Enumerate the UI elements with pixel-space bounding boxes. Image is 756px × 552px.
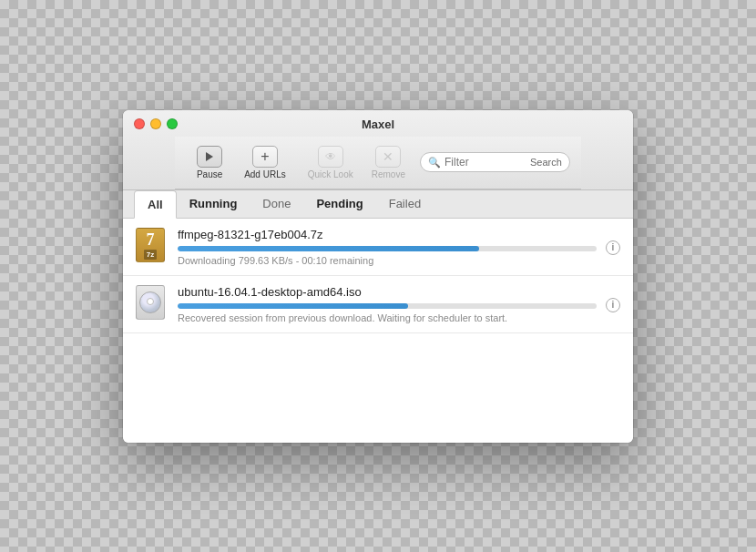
pause-button[interactable]: Pause (186, 142, 233, 183)
archive-label: 7z (144, 250, 157, 260)
remove-button[interactable]: ✕ Remove (364, 142, 413, 183)
add-icon: + (252, 146, 278, 168)
add-urls-label: Add URLs (244, 169, 286, 179)
file-icon-1: 7 7z (136, 228, 169, 266)
tab-pending[interactable]: Pending (303, 190, 375, 217)
search-label: Search (530, 157, 562, 168)
download-status-2: Recovered session from previous download… (178, 312, 597, 323)
download-filename-1: ffmpeg-81321-g17eb004.7z (178, 228, 597, 241)
pause-icon (197, 146, 222, 168)
quick-look-button[interactable]: 👁 Quick Look (301, 142, 361, 183)
add-urls-button[interactable]: + Add URLs (237, 142, 293, 183)
tabs-bar: All Running Done Pending Failed (123, 190, 633, 219)
search-icon: 🔍 (428, 157, 441, 169)
iso-icon (136, 285, 165, 320)
archive-icon: 7 7z (136, 228, 165, 262)
progress-bar-1 (178, 246, 597, 251)
progress-fill-1 (178, 246, 479, 251)
file-icon-2 (136, 285, 169, 323)
download-info-2: ubuntu-16.04.1-desktop-amd64.iso Recover… (178, 285, 597, 323)
main-window: Maxel Pause + Add URLs 👁 (123, 110, 633, 443)
remove-icon: ✕ (375, 146, 401, 168)
cd-center (147, 298, 154, 305)
maximize-button[interactable] (167, 118, 178, 129)
download-item-1: 7 7z ffmpeg-81321-g17eb004.7z Downloadin… (123, 219, 633, 276)
toolbar: Pause + Add URLs 👁 Quick Look ✕ (175, 137, 581, 189)
window-controls (134, 118, 178, 129)
download-status-1: Downloading 799.63 KB/s - 00:10 remainin… (178, 255, 597, 266)
info-button-1[interactable]: i (606, 240, 620, 255)
progress-fill-2 (178, 303, 408, 309)
search-field[interactable]: 🔍 Search (420, 152, 570, 172)
tab-running[interactable]: Running (177, 190, 250, 217)
titlebar: Maxel Pause + Add URLs 👁 (123, 110, 633, 190)
close-button[interactable] (134, 118, 145, 129)
download-filename-2: ubuntu-16.04.1-desktop-amd64.iso (178, 285, 597, 299)
window-title: Maxel (362, 118, 394, 131)
cd-ring (139, 291, 161, 313)
search-input[interactable] (444, 156, 526, 169)
progress-bar-2 (178, 303, 597, 309)
tab-done[interactable]: Done (250, 190, 303, 217)
eye-icon: 👁 (318, 146, 343, 168)
info-button-2[interactable]: i (606, 298, 620, 312)
minimize-button[interactable] (150, 118, 161, 129)
tab-all[interactable]: All (134, 190, 177, 219)
remove-label: Remove (372, 169, 405, 179)
download-info-1: ffmpeg-81321-g17eb004.7z Downloading 799… (178, 228, 597, 266)
downloads-list: 7 7z ffmpeg-81321-g17eb004.7z Downloadin… (123, 219, 633, 443)
quick-look-label: Quick Look (308, 169, 353, 179)
download-item-2: ubuntu-16.04.1-desktop-amd64.iso Recover… (123, 276, 633, 333)
pause-label: Pause (197, 169, 222, 179)
tab-failed[interactable]: Failed (376, 190, 434, 217)
empty-area (123, 333, 633, 443)
